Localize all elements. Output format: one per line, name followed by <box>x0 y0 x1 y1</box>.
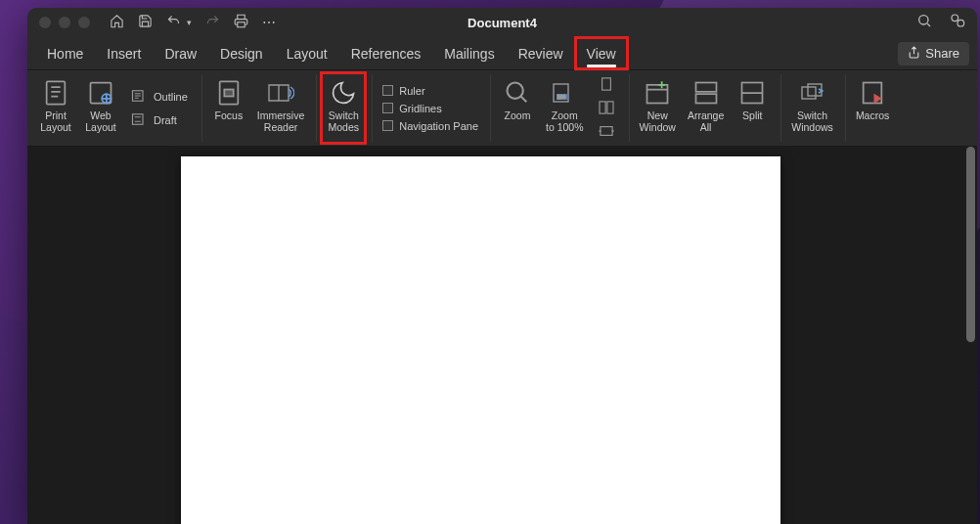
multi-page-button[interactable] <box>594 99 619 118</box>
new-window-icon <box>644 78 671 108</box>
svg-rect-25 <box>601 77 610 89</box>
undo-dropdown-icon[interactable]: ▾ <box>187 18 192 27</box>
close-window-button[interactable] <box>39 17 51 28</box>
split-button[interactable]: Split <box>732 74 773 142</box>
print-layout-icon <box>42 78 69 108</box>
ribbon: Print Layout Web Layout Outline Draft <box>27 70 977 147</box>
print-layout-button[interactable]: Print Layout <box>35 74 76 142</box>
outline-button[interactable]: Outline <box>127 87 192 107</box>
page-width-button[interactable] <box>594 122 619 142</box>
button-label: New Window <box>640 109 676 133</box>
tab-references[interactable]: References <box>339 37 433 69</box>
tab-label: Mailings <box>444 46 494 62</box>
tab-label: Layout <box>287 46 328 62</box>
web-layout-button[interactable]: Web Layout <box>80 74 121 142</box>
gridlines-checkbox[interactable]: Gridlines <box>382 103 478 114</box>
tab-label: Home <box>47 46 83 62</box>
button-label: Arrange All <box>688 109 724 133</box>
search-icon[interactable] <box>916 13 932 32</box>
tab-home[interactable]: Home <box>35 37 95 69</box>
checkbox-icon <box>382 85 393 96</box>
scrollbar-thumb[interactable] <box>966 147 975 342</box>
tab-label: Insert <box>107 46 141 62</box>
svg-rect-29 <box>647 85 668 104</box>
home-icon[interactable] <box>110 14 124 32</box>
tab-review[interactable]: Review <box>507 37 575 69</box>
immersive-reader-button[interactable]: Immersive Reader <box>253 74 308 142</box>
minimize-window-button[interactable] <box>59 17 70 28</box>
button-label: Web Layout <box>85 109 116 133</box>
group-show: Ruler Gridlines Navigation Pane <box>379 74 491 142</box>
tab-mailings[interactable]: Mailings <box>432 37 506 69</box>
zoom-button[interactable]: Zoom <box>497 74 538 142</box>
macros-icon <box>859 78 886 108</box>
more-icon[interactable]: ⋯ <box>262 15 277 30</box>
switch-modes-button[interactable]: Switch Modes <box>323 74 364 142</box>
split-icon <box>738 78 766 108</box>
tab-view[interactable]: View <box>575 37 628 69</box>
undo-icon[interactable] <box>166 14 181 32</box>
account-icon[interactable] <box>950 13 965 32</box>
tab-design[interactable]: Design <box>208 37 275 69</box>
share-button[interactable]: Share <box>898 42 969 66</box>
macros-button[interactable]: Macros <box>852 74 893 142</box>
tab-label: View <box>587 46 616 62</box>
group-modes: Switch Modes <box>323 74 373 142</box>
svg-rect-16 <box>133 113 144 124</box>
save-icon[interactable] <box>138 14 153 32</box>
draft-button[interactable]: Draft <box>127 110 192 130</box>
focus-button[interactable]: Focus <box>208 74 249 142</box>
quick-access-toolbar: ▾ ⋯ <box>110 14 277 32</box>
svg-rect-4 <box>47 81 66 104</box>
document-page[interactable] <box>181 156 780 524</box>
window-controls <box>39 17 90 28</box>
print-icon[interactable] <box>234 14 248 32</box>
button-label: Switch Windows <box>791 109 833 133</box>
zoom-100-icon: 100 <box>551 78 578 108</box>
group-views: Print Layout Web Layout Outline Draft <box>35 74 202 142</box>
zoom-small-buttons <box>592 74 621 142</box>
svg-rect-20 <box>224 90 233 97</box>
new-window-button[interactable]: New Window <box>636 74 680 142</box>
views-small-buttons: Outline Draft <box>125 74 194 142</box>
checkbox-icon <box>382 120 393 131</box>
ruler-checkbox[interactable]: Ruler <box>382 85 478 97</box>
checkbox-label: Gridlines <box>399 103 441 114</box>
one-page-button[interactable] <box>594 75 619 95</box>
focus-icon <box>215 78 243 108</box>
outline-icon <box>131 89 149 105</box>
tab-draw[interactable]: Draw <box>153 37 208 69</box>
svg-rect-8 <box>91 83 111 104</box>
navigation-pane-checkbox[interactable]: Navigation Pane <box>382 120 478 132</box>
svg-rect-31 <box>695 83 716 92</box>
zoom-100-button[interactable]: 100 Zoom to 100% <box>542 74 588 142</box>
group-switch-windows: Switch Windows <box>787 74 846 142</box>
titlebar: ▾ ⋯ Document4 <box>27 8 977 37</box>
checkbox-icon <box>382 103 393 113</box>
page-width-icon <box>598 124 615 140</box>
svg-rect-35 <box>802 87 816 99</box>
tab-insert[interactable]: Insert <box>95 37 153 69</box>
svg-rect-27 <box>606 101 612 112</box>
switch-windows-button[interactable]: Switch Windows <box>787 74 837 142</box>
svg-rect-28 <box>600 126 611 135</box>
tab-layout[interactable]: Layout <box>275 37 339 69</box>
arrange-all-icon <box>692 78 720 108</box>
button-label: Focus <box>215 109 244 121</box>
app-window: ▾ ⋯ Document4 Home Insert Draw Design La… <box>27 8 977 524</box>
immersive-reader-icon <box>267 78 294 108</box>
maximize-window-button[interactable] <box>78 17 90 28</box>
tab-label: Design <box>220 46 263 62</box>
multi-page-icon <box>598 101 615 116</box>
one-page-icon <box>598 77 615 93</box>
vertical-scrollbar[interactable] <box>966 147 975 524</box>
svg-rect-0 <box>238 22 245 26</box>
arrange-all-button[interactable]: Arrange All <box>684 74 728 142</box>
button-label: Draft <box>154 114 177 126</box>
draft-icon <box>131 112 149 128</box>
svg-point-2 <box>952 15 958 22</box>
svg-point-3 <box>958 20 964 26</box>
button-label: Macros <box>856 109 889 121</box>
redo-icon[interactable] <box>205 14 220 32</box>
button-label: Immersive Reader <box>257 109 304 133</box>
